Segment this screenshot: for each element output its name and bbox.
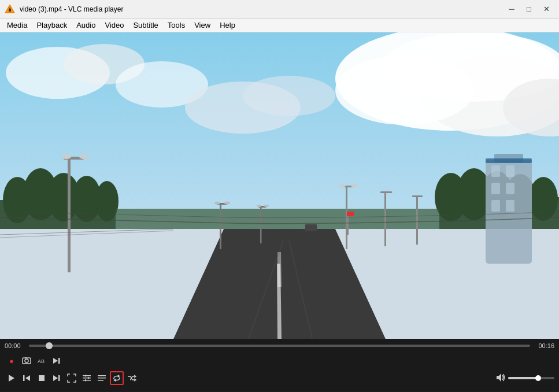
seek-bar-row: 00:00 00:16	[0, 339, 559, 353]
svg-rect-87	[85, 379, 86, 382]
svg-point-20	[95, 181, 119, 221]
time-current: 00:00	[5, 342, 25, 349]
fullscreen-button[interactable]	[65, 371, 79, 385]
svg-rect-89	[98, 378, 106, 379]
svg-point-56	[339, 184, 346, 187]
svg-rect-1	[9, 9, 11, 12]
maximize-button[interactable]: □	[521, 3, 537, 16]
svg-rect-58	[384, 191, 386, 246]
title-bar: video (3).mp4 - VLC media player ─ □ ✕	[0, 0, 559, 19]
video-area	[0, 32, 559, 339]
svg-rect-85	[85, 375, 86, 377]
svg-rect-79	[39, 375, 45, 381]
svg-rect-82	[83, 375, 91, 376]
volume-area	[495, 372, 554, 384]
minimize-button[interactable]: ─	[504, 3, 520, 16]
svg-rect-40	[506, 200, 514, 212]
svg-rect-65	[347, 212, 354, 216]
svg-rect-2	[9, 8, 10, 9]
svg-point-26	[529, 177, 558, 221]
transport-left	[5, 371, 139, 385]
svg-rect-75	[58, 358, 60, 364]
svg-rect-66	[305, 224, 317, 231]
svg-rect-81	[58, 375, 60, 381]
seek-knob[interactable]	[46, 342, 53, 349]
svg-marker-92	[497, 373, 501, 382]
svg-rect-36	[506, 165, 514, 177]
controls-container: 00:00 00:16 ● A B	[0, 339, 559, 391]
svg-rect-41	[486, 158, 532, 163]
time-total: 00:16	[534, 342, 554, 349]
menu-media[interactable]: Media	[2, 20, 32, 31]
svg-rect-88	[98, 375, 106, 376]
svg-rect-84	[83, 380, 91, 381]
svg-point-57	[351, 184, 358, 187]
transport-row1: ● A B	[0, 353, 559, 369]
menu-view[interactable]: View	[190, 20, 215, 31]
seek-bar[interactable]	[29, 345, 530, 347]
extended-settings-button[interactable]	[80, 371, 94, 385]
svg-marker-74	[53, 358, 58, 364]
svg-point-45	[79, 154, 88, 159]
svg-rect-83	[83, 378, 91, 379]
svg-rect-90	[98, 380, 103, 381]
frame-next-button[interactable]	[50, 354, 64, 368]
record-button[interactable]: ●	[5, 354, 18, 368]
menu-subtitle[interactable]: Subtitle	[128, 20, 162, 31]
svg-marker-77	[25, 375, 30, 381]
skip-next-button[interactable]	[50, 371, 64, 385]
video-frame	[0, 32, 559, 339]
vlc-logo-icon	[5, 4, 15, 14]
play-button[interactable]	[5, 371, 18, 385]
svg-rect-37	[491, 183, 500, 194]
svg-rect-38	[506, 183, 514, 194]
menu-audio[interactable]: Audio	[72, 20, 100, 31]
svg-rect-42	[68, 157, 71, 272]
svg-marker-80	[53, 375, 58, 381]
svg-marker-76	[9, 375, 14, 382]
svg-rect-35	[491, 165, 500, 177]
menu-bar: Media Playback Audio Video Subtitle Tool…	[0, 19, 559, 32]
svg-rect-86	[88, 377, 89, 379]
stop-button[interactable]	[35, 371, 49, 385]
svg-point-52	[257, 205, 261, 207]
volume-slider[interactable]	[508, 377, 554, 379]
close-button[interactable]: ✕	[538, 3, 554, 16]
svg-point-44	[62, 154, 71, 159]
svg-point-49	[224, 202, 230, 205]
skip-prev-button[interactable]	[20, 371, 34, 385]
svg-rect-39	[491, 200, 500, 212]
volume-knob[interactable]	[535, 375, 541, 381]
svg-point-13	[243, 76, 335, 116]
svg-rect-78	[23, 375, 25, 381]
snapshot-button[interactable]	[20, 354, 34, 368]
svg-rect-61	[412, 195, 423, 197]
svg-marker-30	[277, 252, 282, 287]
svg-rect-59	[380, 191, 392, 193]
svg-point-53	[264, 205, 269, 207]
svg-rect-46	[220, 203, 221, 249]
volume-fill	[508, 377, 538, 379]
playlist-button[interactable]	[95, 371, 109, 385]
menu-help[interactable]: Help	[215, 20, 240, 31]
menu-tools[interactable]: Tools	[163, 20, 190, 31]
svg-point-48	[214, 202, 220, 205]
window-title: video (3).mp4 - VLC media player	[20, 5, 123, 13]
random-button[interactable]	[125, 371, 139, 385]
menu-playback[interactable]: Playback	[32, 20, 72, 31]
volume-icon[interactable]	[495, 372, 506, 384]
transport-row2	[0, 369, 559, 387]
svg-text:B: B	[41, 358, 45, 364]
loop-button[interactable]	[110, 371, 124, 385]
menu-video[interactable]: Video	[100, 20, 128, 31]
svg-rect-60	[416, 195, 418, 245]
svg-rect-50	[260, 206, 262, 243]
svg-rect-71	[25, 357, 27, 358]
loop-ab-button[interactable]: A B	[35, 354, 49, 368]
svg-point-70	[25, 359, 28, 363]
